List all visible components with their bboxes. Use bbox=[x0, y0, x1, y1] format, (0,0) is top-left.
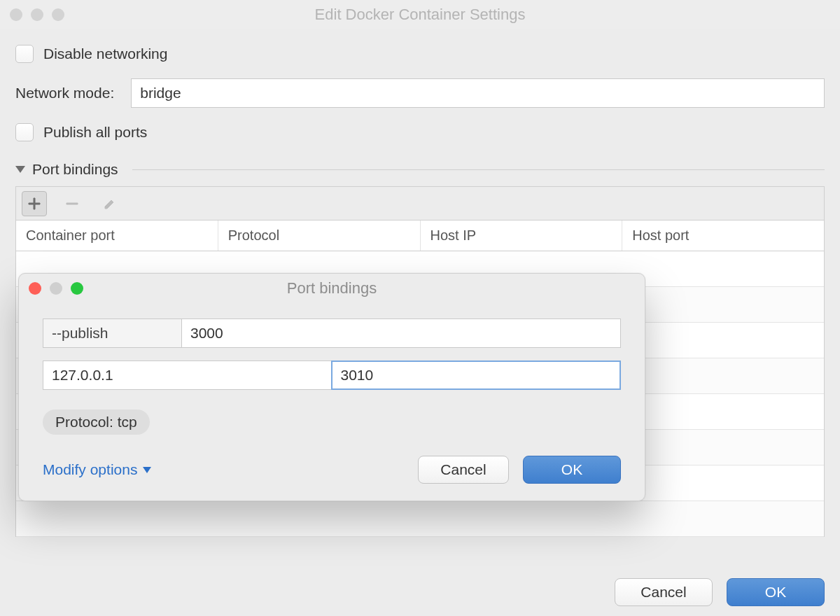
modify-options-link[interactable]: Modify options bbox=[43, 461, 151, 478]
minimize-icon[interactable] bbox=[50, 282, 62, 295]
port-bindings-toolbar bbox=[15, 186, 825, 220]
port-bindings-dialog: Port bindings --publish Protocol: tcp Mo… bbox=[18, 273, 645, 501]
cancel-label: Cancel bbox=[640, 584, 686, 601]
dialog-titlebar: Port bindings bbox=[19, 274, 645, 303]
dialog-content: --publish Protocol: tcp Modify options C… bbox=[19, 303, 645, 500]
col-host-ip[interactable]: Host IP bbox=[421, 220, 623, 251]
table-row[interactable] bbox=[16, 501, 824, 537]
chevron-down-icon bbox=[143, 467, 151, 473]
col-container-port[interactable]: Container port bbox=[16, 220, 218, 251]
remove-button[interactable] bbox=[59, 191, 85, 216]
port-bindings-label: Port bindings bbox=[32, 161, 118, 178]
minus-icon bbox=[65, 197, 79, 211]
disable-networking-label: Disable networking bbox=[43, 46, 167, 62]
host-port-input[interactable] bbox=[331, 360, 622, 390]
col-protocol[interactable]: Protocol bbox=[218, 220, 421, 251]
network-mode-label: Network mode: bbox=[15, 85, 114, 102]
close-icon[interactable] bbox=[10, 8, 22, 21]
disable-networking-checkbox[interactable] bbox=[15, 45, 34, 63]
close-icon[interactable] bbox=[29, 282, 41, 295]
cancel-button[interactable]: Cancel bbox=[615, 578, 713, 606]
port-bindings-header[interactable]: Port bindings bbox=[15, 161, 825, 178]
publish-flag-label: --publish bbox=[43, 318, 181, 348]
protocol-chip[interactable]: Protocol: tcp bbox=[43, 410, 150, 435]
pencil-icon bbox=[103, 197, 117, 211]
main-footer: Cancel OK bbox=[0, 568, 840, 616]
dialog-ok-button[interactable]: OK bbox=[523, 456, 621, 484]
zoom-icon[interactable] bbox=[71, 282, 83, 295]
publish-row: --publish bbox=[43, 318, 621, 348]
publish-all-checkbox[interactable] bbox=[15, 123, 34, 141]
col-host-port[interactable]: Host port bbox=[622, 220, 824, 251]
host-ip-input[interactable] bbox=[43, 360, 331, 390]
ok-label: OK bbox=[561, 461, 582, 478]
dialog-window-controls bbox=[29, 282, 83, 295]
protocol-chip-label: Protocol: tcp bbox=[55, 414, 137, 430]
network-mode-input[interactable] bbox=[131, 78, 825, 108]
dialog-title: Port bindings bbox=[19, 279, 645, 298]
modify-options-label: Modify options bbox=[43, 461, 137, 478]
ok-label: OK bbox=[765, 584, 786, 601]
plus-icon bbox=[27, 197, 41, 211]
window-title: Edit Docker Container Settings bbox=[0, 6, 840, 24]
host-row bbox=[43, 360, 621, 390]
container-port-input[interactable] bbox=[181, 318, 621, 348]
window-controls bbox=[10, 8, 64, 21]
zoom-icon[interactable] bbox=[52, 8, 64, 21]
titlebar: Edit Docker Container Settings bbox=[0, 0, 840, 29]
dialog-cancel-button[interactable]: Cancel bbox=[418, 456, 509, 484]
edit-button[interactable] bbox=[97, 191, 122, 216]
dialog-footer: Modify options Cancel OK bbox=[43, 456, 621, 484]
add-button[interactable] bbox=[22, 191, 47, 216]
network-mode-row: Network mode: bbox=[15, 78, 825, 108]
minimize-icon[interactable] bbox=[31, 8, 43, 21]
publish-all-row: Publish all ports bbox=[15, 123, 825, 141]
divider bbox=[132, 169, 825, 170]
cancel-label: Cancel bbox=[440, 461, 486, 478]
chevron-down-icon bbox=[15, 166, 25, 173]
disable-networking-row: Disable networking bbox=[15, 45, 825, 63]
port-bindings-table-header: Container port Protocol Host IP Host por… bbox=[15, 220, 825, 251]
ok-button[interactable]: OK bbox=[727, 578, 825, 606]
publish-all-label: Publish all ports bbox=[43, 124, 147, 141]
